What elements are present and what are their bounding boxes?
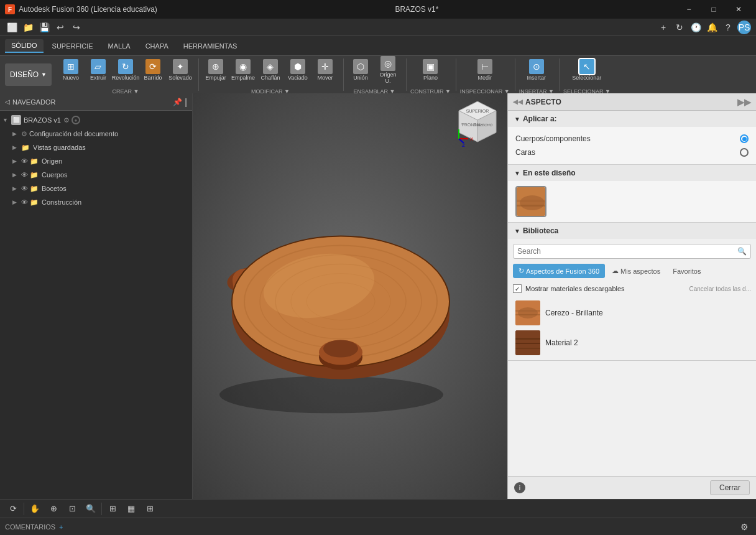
- nav-cuerpos-label: Cuerpos: [42, 171, 68, 179]
- search-input[interactable]: [514, 244, 734, 258]
- measure-button[interactable]: ⊢ Medir: [472, 56, 498, 86]
- viewcube[interactable]: SUPERIOR DERECHO FRONTAL X Z: [453, 98, 502, 148]
- pan-button[interactable]: ✋: [27, 501, 43, 517]
- fit-button[interactable]: ⊡: [64, 501, 80, 517]
- panel-collapse-icon[interactable]: ◀◀: [513, 98, 523, 105]
- joint-origin-button[interactable]: ◎ Origen U.: [375, 56, 401, 86]
- tab-superficie[interactable]: SUPERFICIE: [46, 40, 99, 52]
- undo-button[interactable]: ↩: [53, 21, 67, 34]
- press-pull-button[interactable]: ⊕ Empujar: [203, 56, 229, 86]
- open-file-button[interactable]: 📁: [21, 21, 35, 34]
- divider1: [24, 503, 24, 515]
- extrude-button[interactable]: ▱ Extruir: [85, 56, 111, 86]
- nav-root-label: BRAZOS v1: [24, 116, 61, 124]
- fillet-button[interactable]: ◉ Empalme: [230, 56, 256, 86]
- insertar-button[interactable]: ⊙ Insertar: [523, 56, 550, 86]
- add-tab-button[interactable]: +: [657, 21, 670, 34]
- origen-eye-icon[interactable]: 👁: [21, 157, 28, 165]
- comments-label: COMENTARIOS: [5, 523, 55, 531]
- tab-favoritos[interactable]: Favoritos: [667, 264, 706, 278]
- move-button[interactable]: ✛ Mover: [312, 56, 338, 86]
- grid-button[interactable]: ⊞: [142, 501, 158, 517]
- maximize-button[interactable]: □: [701, 0, 726, 19]
- orbit-button[interactable]: ⟳: [5, 501, 21, 517]
- close-window-button[interactable]: ✕: [726, 0, 751, 19]
- tab-chapa[interactable]: CHAPA: [139, 40, 175, 52]
- notifications-button[interactable]: 🔔: [705, 21, 719, 34]
- info-icon[interactable]: i: [514, 482, 525, 493]
- cerrar-button[interactable]: Cerrar: [710, 480, 750, 495]
- loft-button[interactable]: ✦ Solevado: [167, 56, 193, 86]
- refresh-button[interactable]: ↻: [673, 21, 686, 34]
- nav-item-saved-views[interactable]: ▶ 📁 Vistas guardadas: [0, 141, 192, 154]
- shell-button[interactable]: ⬢ Vaciado: [285, 56, 311, 86]
- expand-cuerpos-arrow[interactable]: ▶: [12, 172, 21, 178]
- design-material-item[interactable]: [515, 186, 546, 217]
- new-component-button[interactable]: ⊞ Nuevo: [58, 56, 84, 86]
- help-button[interactable]: ?: [721, 21, 735, 34]
- joint-button[interactable]: ⬡ Unión: [348, 56, 374, 86]
- radio-row-caras: Caras: [515, 146, 749, 159]
- root-settings-icon[interactable]: ⚙: [63, 116, 70, 124]
- navigator-header[interactable]: ◁ NAVEGADOR 📌 |: [0, 93, 192, 111]
- nav-item-bocetos[interactable]: ▶ 👁 📁 Bocetos: [0, 182, 192, 195]
- expand-views-arrow[interactable]: ▶: [12, 144, 21, 151]
- expand-root-arrow[interactable]: ▼: [2, 117, 11, 123]
- wheel-group: [319, 340, 362, 370]
- design-dropdown[interactable]: DISEÑO ▼: [5, 63, 52, 86]
- divider2: [101, 503, 102, 515]
- sweep-button[interactable]: ⟳ Barrido: [140, 56, 166, 86]
- expand-doc-arrow[interactable]: ▶: [12, 131, 21, 137]
- expand-origen-arrow[interactable]: ▶: [12, 158, 21, 164]
- search-icon[interactable]: 🔍: [734, 244, 750, 258]
- view-button[interactable]: ⊞: [104, 501, 121, 517]
- svg-rect-35: [515, 338, 540, 340]
- add-comment-icon[interactable]: +: [59, 523, 63, 531]
- aplicar-a-header[interactable]: ▼ Aplicar a:: [508, 111, 756, 127]
- material-item-2[interactable]: Material 2: [510, 328, 754, 358]
- zoom-button[interactable]: ⊕: [45, 501, 62, 517]
- tab-malla[interactable]: MALLA: [102, 40, 137, 52]
- account-button[interactable]: PS: [737, 21, 751, 34]
- material-item-cerezo[interactable]: Cerezo - Brillante: [510, 298, 754, 328]
- nav-item-cuerpos[interactable]: ▶ 👁 📁 Cuerpos: [0, 168, 192, 182]
- display-button[interactable]: ▦: [123, 501, 139, 517]
- statusbar-settings-icon[interactable]: ⚙: [737, 520, 751, 534]
- cancel-download-label[interactable]: Cancelar todas las d...: [689, 286, 752, 292]
- diseno-header[interactable]: ▼ En este diseño: [508, 165, 756, 181]
- nav-item-doc-config[interactable]: ▶ ⚙ Configuración del documento: [0, 127, 192, 141]
- nav-item-construccion[interactable]: ▶ 👁 📁 Construcción: [0, 195, 192, 209]
- revolve-button[interactable]: ↻ Revolución: [113, 56, 139, 86]
- panel-expand-icon[interactable]: ▶▶: [737, 97, 751, 107]
- expand-construccion-arrow[interactable]: ▶: [12, 199, 21, 205]
- chamfer-button[interactable]: ◈ Chaflán: [257, 56, 284, 86]
- nav-item-root[interactable]: ▼ ⬜ BRAZOS v1 ⚙ ●: [0, 113, 192, 127]
- nav-item-origen[interactable]: ▶ 👁 📁 Origen: [0, 154, 192, 168]
- radio-cuerpos[interactable]: [740, 134, 749, 143]
- tab-herramientas[interactable]: HERRAMIENTAS: [177, 40, 244, 52]
- svg-text:X: X: [470, 136, 474, 142]
- tab-solido[interactable]: SÓLIDO: [5, 39, 44, 53]
- construir-button[interactable]: ▣ Plano: [417, 56, 443, 86]
- navigator-collapse-icon[interactable]: |: [185, 97, 187, 107]
- expand-bocetos-arrow[interactable]: ▶: [12, 185, 21, 192]
- tab-mis-aspectos[interactable]: ☁ Mis aspectos: [606, 264, 666, 278]
- construccion-eye-icon[interactable]: 👁: [21, 198, 28, 206]
- save-button[interactable]: 💾: [37, 21, 51, 34]
- biblioteca-header[interactable]: ▼ Biblioteca: [508, 223, 756, 239]
- svg-text:Z: Z: [462, 142, 465, 148]
- viewport[interactable]: SUPERIOR DERECHO FRONTAL X Z: [193, 93, 507, 499]
- select-button[interactable]: ↖ Seleccionar: [574, 56, 600, 86]
- redo-button[interactable]: ↪: [70, 21, 83, 34]
- cuerpos-eye-icon[interactable]: 👁: [21, 171, 28, 179]
- visibility-icon[interactable]: ●: [71, 116, 80, 124]
- tab-fusion360[interactable]: ↻ Aspectos de Fusion 360: [513, 264, 605, 278]
- aplicar-a-section: ▼ Aplicar a: Cuerpos/componentes Caras: [508, 111, 756, 165]
- downloadable-checkbox[interactable]: ✓: [513, 284, 522, 293]
- minimize-button[interactable]: −: [676, 0, 701, 19]
- history-button[interactable]: 🕐: [689, 21, 703, 34]
- zoom-in-button[interactable]: 🔍: [83, 501, 99, 517]
- radio-caras[interactable]: [740, 148, 749, 157]
- new-file-button[interactable]: ⬜: [5, 21, 19, 34]
- bocetos-eye-icon[interactable]: 👁: [21, 185, 28, 192]
